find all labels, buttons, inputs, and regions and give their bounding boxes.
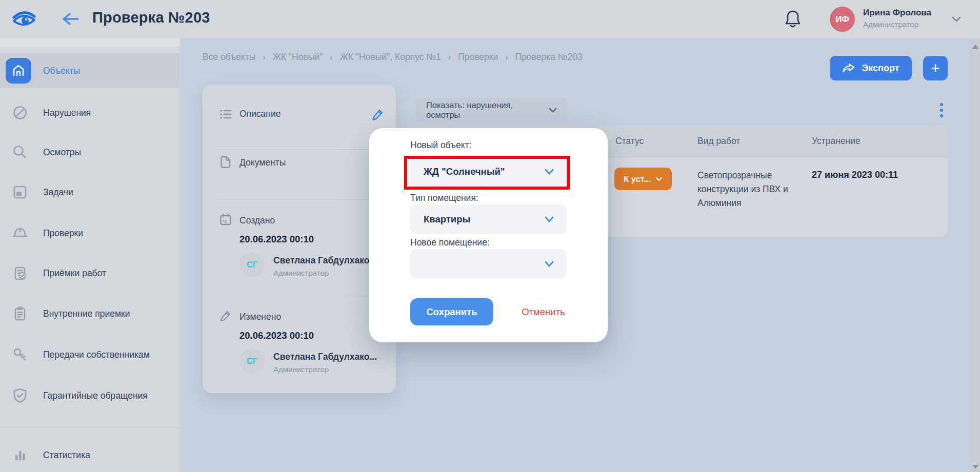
add-button[interactable]: + — [923, 56, 948, 80]
user-name: Ирина Фролова — [863, 8, 931, 18]
new-room-select[interactable] — [410, 249, 567, 278]
sidebar-item-work-acceptance[interactable]: Приёмки работ — [0, 257, 179, 290]
modified-label: Изменено — [239, 312, 281, 322]
sidebar-item-label: Гарантийные обращения — [43, 391, 148, 401]
status-label: К уст... — [624, 174, 651, 184]
tasks-icon — [11, 183, 29, 201]
modified-user-name: Светлана Габдулхако... — [273, 352, 383, 362]
modified-user-role: Администратор — [273, 365, 329, 374]
created-user-role: Администратор — [273, 269, 329, 277]
breadcrumb-separator: › — [263, 53, 265, 62]
app-logo-eye-icon[interactable] — [11, 7, 37, 31]
sidebar-item-label: Проверки — [43, 228, 83, 239]
sidebar-item-checks[interactable]: Проверки — [0, 217, 179, 250]
chevron-down-icon — [543, 259, 555, 269]
back-button[interactable] — [59, 10, 81, 28]
column-header-work-type: Вид работ — [697, 136, 740, 147]
new-object-value: ЖД "Солнечный" — [424, 166, 543, 177]
home-icon — [6, 58, 31, 84]
column-header-resolution: Устранение — [812, 136, 861, 147]
user-role: Администратор — [863, 20, 918, 29]
breadcrumb-separator: › — [505, 53, 508, 62]
show-filter-label: Показать: нарушения, осмотры — [426, 100, 548, 120]
created-label: Создано — [239, 215, 275, 226]
sidebar-item-label: Осмотры — [43, 147, 81, 158]
sidebar-item-label: Задачи — [43, 187, 73, 198]
sidebar-item-label: Объекты — [43, 66, 80, 76]
chevron-down-icon — [655, 176, 663, 182]
breadcrumb-item[interactable]: Проверки — [458, 52, 498, 63]
clipboard-check-icon — [11, 264, 29, 282]
notifications-bell-icon[interactable] — [782, 8, 804, 31]
room-type-label: Тип помещения: — [410, 193, 478, 203]
column-header-status: Статус — [615, 136, 644, 147]
kebab-menu-icon[interactable] — [936, 100, 947, 120]
work-type-cell: Светопрозрачные конструкции из ПВХ и Алю… — [697, 169, 804, 210]
description-label: Описание — [239, 109, 281, 119]
scroll-up-arrow-icon[interactable] — [972, 45, 978, 49]
created-user-avatar: СГ — [239, 252, 265, 277]
new-room-label: Новое помещение: — [410, 237, 490, 248]
page-title: Проверка №203 — [92, 9, 210, 26]
vertical-scrollbar[interactable] — [971, 38, 980, 472]
sidebar-item-owner-handover[interactable]: Передачи собственникам — [0, 338, 179, 371]
export-button[interactable]: Экспорт — [830, 56, 912, 80]
modified-date: 20.06.2023 00:10 — [239, 330, 314, 341]
status-dropdown-button[interactable]: К уст... — [614, 168, 672, 190]
documents-label[interactable]: Документы — [239, 157, 286, 168]
sidebar-item-objects[interactable]: Объекты — [0, 53, 179, 88]
save-button[interactable]: Сохранить — [410, 298, 493, 325]
inspection-info-card: Описание Документы — [203, 85, 396, 393]
breadcrumb-item-current: Проверка №203 — [515, 52, 583, 63]
user-avatar[interactable]: ИФ — [830, 7, 855, 32]
breadcrumb: Все объекты › ЖК "Новый" › ЖК "Новый", К… — [203, 52, 583, 63]
sidebar-item-label: Статистика — [43, 450, 90, 461]
sidebar-item-inspections[interactable]: Осмотры — [0, 136, 179, 169]
sidebar-item-label: Передачи собственникам — [43, 350, 150, 360]
sidebar-item-violations[interactable]: Нарушения — [0, 96, 179, 129]
card-divider — [218, 199, 382, 200]
modified-user-avatar: СГ — [239, 348, 265, 374]
cancel-button[interactable]: Отменить — [509, 298, 578, 325]
chevron-down-icon — [548, 106, 558, 114]
resolution-date-cell: 27 июня 2023 00:11 — [812, 170, 898, 180]
edit-description-pencil-icon[interactable] — [371, 107, 385, 121]
breadcrumb-separator: › — [448, 53, 451, 62]
sidebar-item-internal-acceptance[interactable]: Внутренние приемки — [0, 297, 179, 330]
sidebar-item-label: Нарушения — [43, 108, 91, 118]
bar-chart-icon — [11, 446, 29, 464]
scroll-down-arrow-icon[interactable] — [972, 465, 978, 469]
document-icon — [219, 155, 232, 169]
new-object-select[interactable]: ЖД "Солнечный" — [410, 157, 567, 186]
clipboard-icon — [11, 305, 29, 322]
new-object-label: Новый объект: — [410, 140, 471, 151]
breadcrumb-item[interactable]: ЖК "Новый", Корпус №1 — [340, 52, 441, 63]
card-divider — [218, 296, 382, 296]
ban-icon — [11, 104, 29, 121]
breadcrumb-item[interactable]: ЖК "Новый" — [273, 52, 323, 63]
breadcrumb-item[interactable]: Все объекты — [203, 52, 255, 63]
user-menu-chevron-icon[interactable] — [950, 13, 963, 25]
share-icon — [842, 63, 855, 74]
key-icon — [11, 346, 29, 363]
chevron-down-icon — [543, 215, 555, 224]
search-icon — [11, 143, 29, 161]
sidebar-item-label: Приёмки работ — [43, 268, 106, 279]
room-type-select[interactable]: Квартиры — [410, 204, 567, 234]
calendar-icon — [219, 213, 232, 226]
breadcrumb-separator: › — [330, 53, 332, 62]
sidebar-item-warranty[interactable]: Гарантийные обращения — [0, 379, 179, 412]
sidebar: Объекты Нарушения Осмотры — [0, 47, 179, 472]
sidebar-item-statistics[interactable]: Статистика — [0, 439, 179, 471]
chevron-down-icon — [543, 167, 555, 176]
sidebar-item-label: Внутренние приемки — [43, 309, 130, 319]
room-type-value: Квартиры — [424, 214, 543, 225]
show-filter-dropdown[interactable]: Показать: нарушения, осмотры — [415, 98, 567, 122]
sidebar-item-tasks[interactable]: Задачи — [0, 176, 179, 209]
hard-hat-icon — [11, 224, 29, 242]
header: Проверка №203 ИФ Ирина Фролова Администр… — [0, 0, 980, 38]
shield-check-icon — [11, 387, 29, 404]
pencil-icon — [219, 309, 232, 322]
move-object-modal: Новый объект: ЖД "Солнечный" Тип помещен… — [369, 128, 608, 342]
created-user-name: Светлана Габдулхако — [273, 255, 383, 266]
